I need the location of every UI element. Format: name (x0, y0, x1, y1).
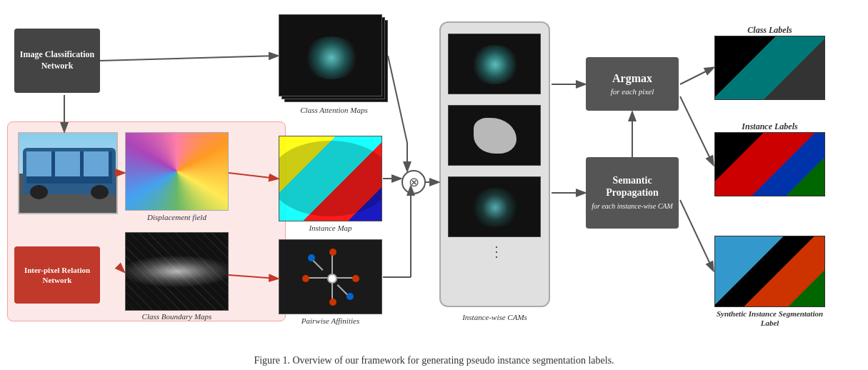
argmax-box: Argmax for each pixel (586, 57, 679, 111)
class-attention-label: Class Attention Maps (279, 106, 389, 114)
svg-line-16 (680, 96, 713, 164)
class-labels-label: Class Labels (714, 25, 825, 36)
class-labels-image (714, 36, 825, 100)
diagram: Image Classification Network Inter-pixel… (0, 0, 868, 343)
instance-wise-cams-label: Instance-wise CAMs (439, 313, 550, 321)
instance-labels-label: Instance Labels (714, 121, 825, 132)
class-boundary-label: Class Boundary Maps (125, 312, 229, 321)
figure-caption: Figure 1. Overview of our framework for … (0, 355, 868, 366)
bus-photo (18, 132, 118, 214)
image-classification-box: Image Classification Network (14, 29, 100, 93)
class-boundary-image (125, 232, 229, 311)
synth-instance-label: Synthetic Instance Segmentation Label (714, 309, 825, 328)
instance-labels-image (714, 132, 825, 196)
pairwise-affinities-label: Pairwise Affinities (279, 316, 382, 325)
otimes-symbol: ⊗ (401, 170, 426, 194)
displacement-field-label: Displacement field (125, 213, 229, 221)
semantic-propagation-box: Semantic Propagation for each instance-w… (586, 157, 679, 229)
svg-line-0 (100, 56, 277, 61)
svg-line-15 (680, 68, 713, 84)
inter-pixel-box: Inter-pixel Relation Network (14, 246, 100, 304)
ellipsis: ⋮ (489, 243, 504, 260)
instance-map-label: Instance Map (279, 224, 382, 232)
svg-line-17 (680, 200, 713, 270)
pairwise-affinities-image (279, 239, 382, 314)
instance-map-image (279, 136, 382, 221)
instance-wise-cams-device: ⋮ (439, 21, 550, 307)
displacement-field-image (125, 132, 229, 211)
synth-instance-image (714, 236, 825, 307)
svg-line-6 (388, 56, 407, 143)
